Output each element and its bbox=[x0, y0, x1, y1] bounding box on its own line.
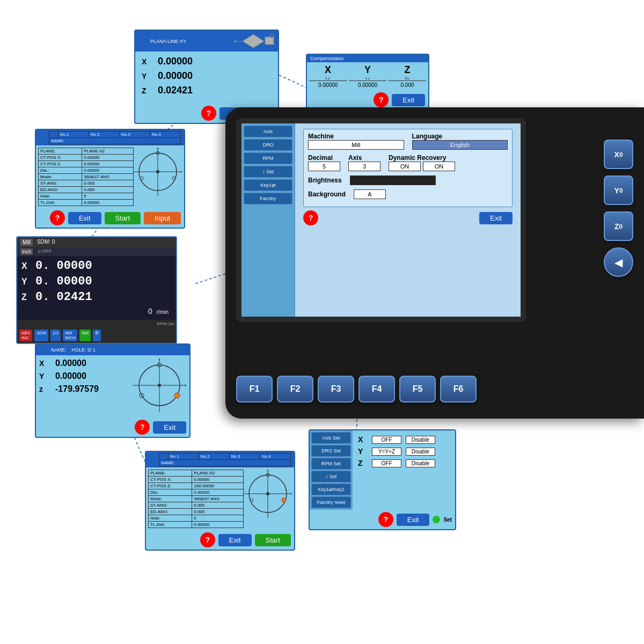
dro-sdm-btn[interactable]: SDM bbox=[34, 330, 48, 341]
svg-point-39 bbox=[282, 498, 286, 502]
dro-rpm-on: RPM:ON bbox=[17, 320, 176, 328]
circle2-body: PLANE:PLANE-XZ CT-POS X:0.00000 CT-POS Z… bbox=[146, 467, 294, 530]
c2-plane: PLANE-XZ bbox=[192, 470, 244, 477]
c1-dia: 0.00000 bbox=[82, 167, 134, 174]
screen-exit-button[interactable]: Exit bbox=[479, 212, 513, 224]
screen-dro-btn[interactable]: DRO bbox=[244, 139, 292, 151]
dro-settings-btn[interactable]: ⚙ bbox=[93, 330, 101, 341]
as-y-disable[interactable]: Disable bbox=[406, 448, 435, 456]
as-set-btn[interactable]: ↕ Set bbox=[311, 471, 351, 482]
z0-button[interactable]: Z0 bbox=[604, 211, 633, 241]
x0-button[interactable]: X0 bbox=[604, 140, 633, 169]
c1-plane: PLANE-XZ bbox=[82, 148, 134, 155]
plana-help-button[interactable]: ? bbox=[201, 106, 216, 121]
fn-f1-button[interactable]: F1 bbox=[236, 376, 273, 402]
nav-left-button[interactable]: ◀ bbox=[604, 247, 633, 277]
as-dro-btn[interactable]: DRO Set bbox=[311, 445, 351, 457]
ms-decimal-value[interactable]: 5 bbox=[308, 162, 340, 171]
circle1-exit-button[interactable]: Exit bbox=[68, 212, 101, 224]
dro-half-btn[interactable]: 1/2 bbox=[50, 330, 61, 341]
screen-footer: ? Exit bbox=[303, 210, 513, 225]
ms-machine-value[interactable]: Mill bbox=[308, 140, 404, 150]
dro-body: X 0. 00000 Y 0. 00000 Z 0. 02421 0 r/min bbox=[17, 256, 176, 320]
dro-inch-label: Inch bbox=[20, 248, 33, 255]
hole-circle-exit-button[interactable]: Exit bbox=[153, 421, 186, 434]
as-factory-btn[interactable]: Facotry reset bbox=[311, 496, 351, 508]
comp-x-val: 0.00000 bbox=[309, 80, 347, 88]
ms-axis-value[interactable]: 3 bbox=[348, 162, 380, 171]
ms-axis-label: Axis bbox=[348, 154, 380, 162]
circle2-exit-button[interactable]: Exit bbox=[218, 534, 252, 546]
hc-z-label: z bbox=[39, 385, 50, 393]
ms-dynamic-label: Dynamic Recovery bbox=[389, 154, 508, 162]
as-help-button[interactable]: ? bbox=[378, 512, 393, 527]
y0-button[interactable]: Y0 bbox=[604, 175, 633, 205]
ms-machine-row: Machine Mill Language English bbox=[308, 133, 508, 150]
dro-sve-label: ≥:OFF bbox=[38, 248, 52, 255]
brightness-bar[interactable] bbox=[350, 175, 436, 185]
as-exit-button[interactable]: Exit bbox=[397, 514, 430, 526]
comp-grid: X L₁: 0.00000 Y L₁ 0.00000 Z S₁: 0.000 bbox=[307, 62, 428, 90]
comp-x-sub: L₁: bbox=[309, 76, 347, 80]
screen-help-button[interactable]: ? bbox=[303, 210, 318, 225]
circle1-help-button[interactable]: ? bbox=[50, 210, 65, 225]
as-key-btn[interactable]: Key1⇌Key2 bbox=[311, 484, 351, 495]
svg-marker-31 bbox=[158, 358, 160, 360]
ms-language-value[interactable]: English bbox=[412, 140, 508, 150]
comp-header: Compensstaion bbox=[307, 55, 428, 62]
plana-z-value: 0.02421 bbox=[158, 85, 193, 96]
c1-ctx: 0.00000 bbox=[82, 155, 134, 161]
dro-mm-btn[interactable]: MMINCH bbox=[63, 330, 78, 341]
ms-dynamic-on2[interactable]: ON bbox=[423, 162, 455, 171]
dro-y-value: 0. 00000 bbox=[35, 275, 92, 288]
dro-mill-label: Mill bbox=[20, 239, 33, 246]
screen-axis-btn[interactable]: Axis bbox=[244, 126, 292, 137]
screen-iset-btn[interactable]: ↕ Set bbox=[244, 166, 292, 178]
as-x-val[interactable]: OFF bbox=[372, 436, 401, 444]
ms-background-value[interactable]: A bbox=[354, 189, 386, 199]
dro-rpm-on-label: RPM:ON bbox=[157, 321, 174, 326]
circle1-svg bbox=[134, 148, 182, 196]
as-y-val[interactable]: Y=Y+Z bbox=[372, 448, 401, 456]
as-x-disable[interactable]: Disable bbox=[406, 436, 435, 444]
c2-edang: 0.000 bbox=[192, 509, 244, 515]
axis-set-right-body: Axis Set DRO Set RPM Set ↕ Set Key1⇌Key2… bbox=[310, 430, 455, 510]
comp-help-button[interactable]: ? bbox=[374, 92, 389, 107]
hole-circle-help-button[interactable]: ? bbox=[135, 420, 150, 435]
circle1-start-button[interactable]: Start bbox=[105, 212, 141, 224]
as-axis-btn[interactable]: Axis Set bbox=[311, 432, 351, 444]
ms-language-label: Language bbox=[412, 133, 508, 140]
as-rpm-btn[interactable]: RPM Set bbox=[311, 458, 351, 470]
main-device: Axis DRO RPM ↕ Set Key1⇌ Facotry Machine… bbox=[225, 107, 644, 419]
circle2-svg bbox=[244, 470, 292, 518]
screen-factory-btn[interactable]: Facotry bbox=[244, 193, 292, 204]
screen-key-btn[interactable]: Key1⇌ bbox=[244, 179, 292, 191]
circle2-help-button[interactable]: ? bbox=[200, 532, 215, 547]
circle2-footer: ? Exit Start bbox=[146, 530, 294, 550]
circle1-input-button[interactable]: Input bbox=[144, 212, 181, 224]
fn-f6-button[interactable]: F6 bbox=[440, 376, 477, 402]
dro-ref-btn[interactable]: Ref bbox=[79, 330, 90, 341]
fn-f4-button[interactable]: F4 bbox=[358, 376, 395, 402]
circle2-start-button[interactable]: Start bbox=[255, 534, 291, 546]
fn-f2-button[interactable]: F2 bbox=[277, 376, 313, 402]
as-z-val[interactable]: OFF bbox=[372, 459, 401, 467]
ms-brightness-label: Brightness bbox=[308, 177, 342, 184]
c2-tldia: 0.00000 bbox=[192, 522, 244, 528]
screen-rpm-btn[interactable]: RPM bbox=[244, 152, 292, 164]
comp-footer: ? Exit bbox=[307, 90, 428, 109]
fn-f3-button[interactable]: F3 bbox=[318, 376, 354, 402]
circle1-table: No.1No.2No.3No.4 NAME: bbox=[49, 131, 181, 144]
ms-decimal-row: Decimal 5 Axis 3 Dynamic Recovery ON ON bbox=[308, 154, 508, 171]
ms-dynamic-on1[interactable]: ON bbox=[389, 162, 421, 171]
as-set-label[interactable]: Set bbox=[443, 517, 452, 523]
hc-y-row: Y 0.00000 bbox=[39, 371, 133, 381]
comp-z-sub: S₁: bbox=[389, 76, 426, 80]
as-z-row: Z OFF Disable bbox=[356, 457, 452, 469]
popup-axis-set-right: Axis Set DRO Set RPM Set ↕ Set Key1⇌Key2… bbox=[309, 429, 456, 530]
as-z-disable[interactable]: Disable bbox=[406, 459, 435, 467]
comp-exit-button[interactable]: Exit bbox=[392, 94, 425, 106]
ms-background-row: Background A bbox=[308, 189, 508, 199]
dro-abs-btn[interactable]: ABSINC bbox=[19, 330, 32, 341]
fn-f5-button[interactable]: F5 bbox=[399, 376, 436, 402]
